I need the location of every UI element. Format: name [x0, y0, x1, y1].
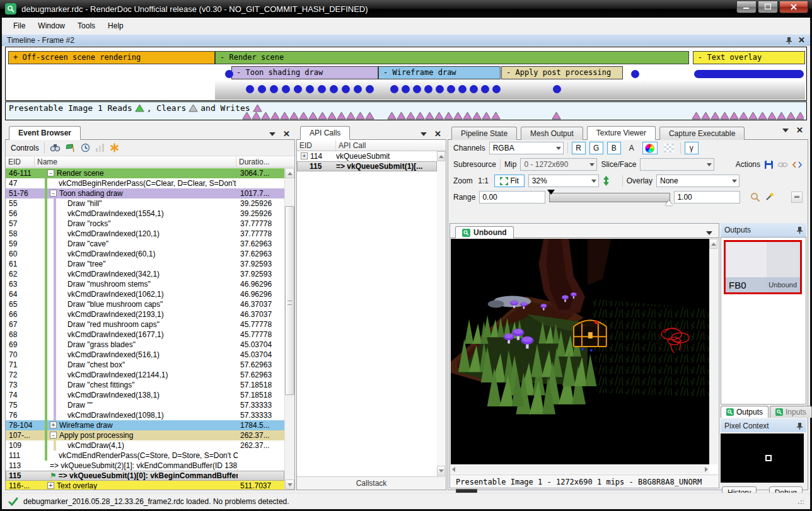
api-call-row[interactable]: 114 vkQueueSubmit	[297, 151, 437, 161]
event-row[interactable]: 116-... Text overlay 511.7037	[6, 481, 284, 490]
chevron-down-icon[interactable]	[420, 132, 427, 136]
expander-icon[interactable]	[50, 422, 57, 428]
event-row[interactable]: 113 => vkQueueSubmit(2)[1]: vkEndCommand…	[6, 461, 284, 471]
draw-event-dot[interactable]	[436, 85, 444, 93]
alpha-channel-button[interactable]: A	[625, 142, 639, 154]
expander-icon[interactable]	[47, 482, 54, 489]
overlay-select[interactable]: None	[656, 175, 740, 187]
event-browser-scrollbar[interactable]	[284, 168, 294, 490]
blue-channel-button[interactable]: B	[607, 142, 621, 154]
pin-icon[interactable]	[796, 422, 803, 430]
column-api-call[interactable]: API Call	[336, 140, 446, 151]
draw-event-dot[interactable]	[225, 70, 233, 78]
event-row[interactable]: 51-76 Toon shading draw 1017.7...	[6, 188, 284, 198]
event-row[interactable]: 66 vkCmdDrawIndexed(2193,1) 46.37037	[6, 309, 284, 319]
usage-triangle-cluster[interactable]	[387, 112, 501, 120]
scroll-right-icon[interactable]	[705, 467, 708, 472]
event-row[interactable]: 70 vkCmdDrawIndexed(516,1) 45.03704	[6, 350, 284, 360]
save-texture-icon[interactable]	[764, 160, 774, 169]
event-row[interactable]: 107-... Apply post processing 262.37...	[6, 430, 284, 440]
column-duration[interactable]: Duratio...	[236, 156, 284, 167]
draw-event-dot[interactable]	[447, 85, 455, 93]
alpha-checker-button[interactable]	[661, 142, 676, 154]
event-row[interactable]: 65 Draw "blue mushroom caps" 46.37037	[6, 299, 284, 309]
expander-icon[interactable]	[301, 152, 308, 159]
expander-icon[interactable]	[50, 432, 57, 439]
draw-event-dot[interactable]	[631, 70, 639, 78]
timeline-event-pill[interactable]	[694, 70, 804, 78]
event-row[interactable]: 74 vkCmdDrawIndexed(138,1) 57.18518	[6, 390, 284, 400]
right-panel-tab[interactable]: Capture Executable	[659, 127, 745, 140]
color-wheel-button[interactable]	[642, 142, 658, 154]
toolbar-overflow-button[interactable]	[791, 192, 803, 203]
event-row[interactable]: 72 vkCmdDrawIndexed(12144,1) 57.62963	[6, 370, 284, 380]
draw-event-dot[interactable]	[342, 85, 350, 93]
jump-to-event-icon[interactable]	[66, 143, 76, 152]
maximize-button[interactable]	[758, 1, 778, 13]
tab-api-calls[interactable]: API Calls	[300, 126, 350, 140]
callstack-section-header[interactable]: Callstack	[297, 476, 446, 490]
draw-event-dot[interactable]	[402, 85, 410, 93]
event-row[interactable]: 68 vkCmdDrawIndexed(1677,1) 45.77778	[6, 330, 284, 340]
scroll-left-icon[interactable]	[452, 467, 455, 472]
texture-viewer-close-icon[interactable]: ✕	[796, 127, 803, 134]
draw-event-dot[interactable]	[306, 85, 314, 93]
tab-inputs[interactable]: Inputs	[770, 406, 812, 418]
menu-item[interactable]: Help	[102, 19, 130, 33]
timeline-marker-bar[interactable]: - Render scene	[215, 51, 689, 64]
range-max-input[interactable]: 1.00	[674, 191, 740, 204]
timeline-marker-bar[interactable]: + Off-screen scene rendering	[8, 51, 215, 64]
column-eid[interactable]: EID	[297, 140, 336, 151]
minimize-button[interactable]	[736, 1, 757, 13]
event-row[interactable]: 64 vkCmdDrawIndexed(1062,1) 46.96296	[6, 289, 284, 299]
event-row[interactable]: 69 Draw "grass blades" 45.03704	[6, 340, 284, 350]
event-row[interactable]: 55 Draw "hill" 39.25926	[6, 198, 284, 209]
draw-event-dot[interactable]	[366, 85, 374, 93]
red-channel-button[interactable]: R	[572, 142, 586, 154]
timeline-close-icon[interactable]: ✕	[798, 37, 805, 43]
usage-triangle-cluster[interactable]	[242, 112, 374, 120]
pin-icon[interactable]	[796, 226, 803, 234]
zoom-range-icon[interactable]	[750, 192, 760, 202]
draw-event-dot[interactable]	[553, 85, 561, 93]
event-row[interactable]: 75 Draw "" 57.33333	[6, 400, 284, 410]
pixel-context-preview[interactable]	[721, 433, 804, 483]
event-row[interactable]: 47 vkCmdBeginRenderPass(C=Clear, D=Clear…	[6, 178, 284, 188]
expander-icon[interactable]	[47, 169, 54, 176]
draw-event-dot[interactable]	[354, 85, 362, 93]
scroll-up-icon[interactable]	[285, 168, 294, 178]
right-panel-tab[interactable]: Pipeline State	[451, 127, 517, 140]
close-button[interactable]	[779, 1, 808, 13]
draw-event-dot[interactable]	[481, 85, 489, 93]
draw-event-dot[interactable]	[390, 85, 398, 93]
draw-event-dot[interactable]	[424, 85, 432, 93]
draw-event-dot[interactable]	[492, 85, 501, 93]
event-row[interactable]: 46-111 Render scene 3064.7...	[6, 168, 284, 178]
draw-event-dot[interactable]	[470, 85, 478, 93]
event-browser-close-icon[interactable]: ✕	[283, 131, 290, 137]
event-row[interactable]: 115 => vkQueueSubmit(1)[0]: vkBeginComma…	[6, 471, 284, 481]
tab-unbound-texture[interactable]: Unbound	[455, 226, 514, 238]
event-row[interactable]: 73 Draw "chest fittings" 57.18518	[6, 380, 284, 390]
draw-event-dot[interactable]	[246, 85, 254, 93]
slice-face-select[interactable]	[640, 158, 714, 171]
event-row[interactable]: 56 vkCmdDrawIndexed(1554,1) 39.25926	[6, 209, 284, 219]
texture-horizontal-scrollbar[interactable]	[451, 465, 709, 474]
find-event-icon[interactable]	[50, 143, 61, 152]
right-panel-tab[interactable]: Mesh Output	[521, 127, 583, 140]
event-row[interactable]: 67 Draw "red mushroom caps" 45.77778	[6, 319, 284, 330]
range-slider[interactable]	[549, 193, 670, 202]
texture-image[interactable]	[451, 239, 710, 464]
menu-item[interactable]: Tools	[71, 19, 102, 33]
green-channel-button[interactable]: G	[589, 142, 603, 154]
flip-vertical-icon[interactable]	[603, 176, 610, 186]
column-name[interactable]: Name	[35, 156, 236, 167]
usage-triangle-cluster[interactable]	[692, 112, 804, 120]
scroll-up-icon[interactable]	[437, 151, 445, 161]
timeline-marker-bar[interactable]: - Text overlay	[693, 51, 805, 64]
gamma-button[interactable]: γ	[685, 142, 699, 154]
tab-outputs[interactable]: Outputs	[721, 406, 768, 418]
event-row[interactable]: 59 Draw "cave" 37.62963	[6, 239, 284, 249]
zoom-1to1-button[interactable]: 1:1	[477, 175, 490, 187]
scroll-down-icon[interactable]	[437, 466, 445, 476]
